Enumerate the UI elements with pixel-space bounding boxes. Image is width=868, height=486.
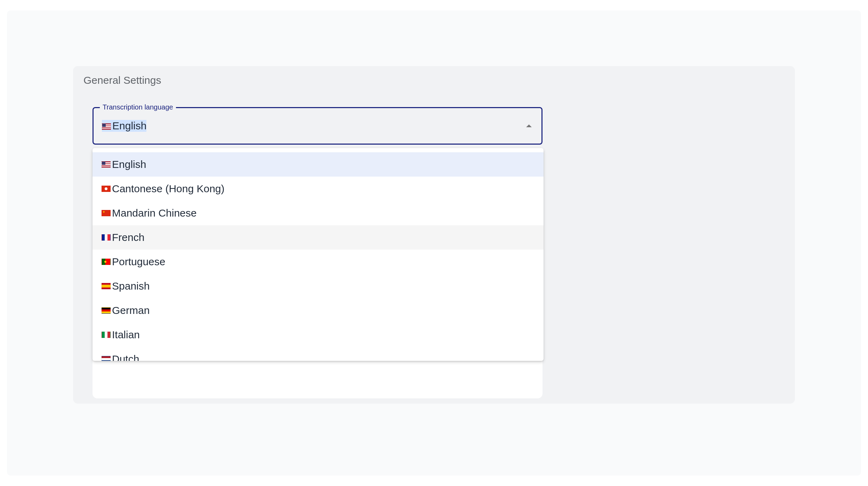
flag-de-icon (102, 307, 111, 314)
language-option[interactable]: Portuguese (93, 250, 544, 274)
language-option-label: Mandarin Chinese (112, 207, 196, 219)
language-option-label: Spanish (112, 280, 150, 292)
dropdown-scroll-area[interactable]: EnglishCantonese (Hong Kong)Mandarin Chi… (93, 152, 544, 361)
language-option[interactable]: Spanish (93, 274, 544, 298)
language-option[interactable]: Dutch (93, 347, 544, 361)
flag-us-icon (102, 161, 111, 168)
language-option-label: German (112, 305, 150, 316)
flag-us-icon (102, 123, 111, 130)
transcription-language-select-container: Te Transcription language English Englis… (93, 107, 542, 145)
flag-fr-icon (102, 234, 111, 241)
flag-nl-icon (102, 356, 111, 361)
select-value: English (102, 120, 146, 132)
language-option-label: Portuguese (112, 256, 165, 268)
language-option[interactable]: Mandarin Chinese (93, 201, 544, 225)
language-option-label: French (112, 232, 144, 243)
flag-es-icon (102, 283, 111, 289)
flag-hk-icon (102, 186, 111, 192)
flag-cn-icon (102, 210, 111, 216)
panel-title: General Settings (83, 74, 785, 86)
flag-pt-icon (102, 259, 111, 265)
language-dropdown-menu: EnglishCantonese (Hong Kong)Mandarin Chi… (93, 148, 544, 361)
language-option-label: Dutch (112, 353, 139, 361)
language-option-label: English (112, 159, 146, 170)
flag-it-icon (102, 332, 111, 338)
general-settings-panel: General Settings Te Transcription langua… (73, 66, 795, 404)
language-option[interactable]: English (93, 152, 544, 177)
chevron-up-icon (526, 124, 532, 127)
language-option[interactable]: French (93, 225, 544, 250)
page-container: General Settings Te Transcription langua… (7, 10, 861, 476)
transcription-language-select[interactable]: Transcription language English (93, 107, 542, 145)
language-option-label: Italian (112, 329, 140, 341)
language-option[interactable]: Italian (93, 323, 544, 347)
language-option[interactable]: Cantonese (Hong Kong) (93, 177, 544, 201)
language-option-label: Cantonese (Hong Kong) (112, 183, 225, 195)
select-label: Transcription language (100, 103, 176, 111)
language-option[interactable]: German (93, 298, 544, 323)
